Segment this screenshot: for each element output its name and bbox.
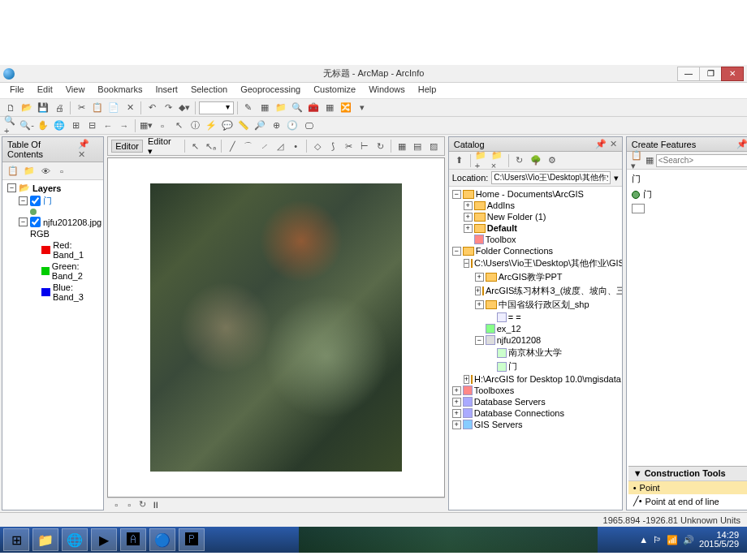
cmd-btn[interactable]: ▾: [355, 101, 369, 115]
expand-icon[interactable]: +: [475, 273, 484, 282]
find-xy-button[interactable]: ⊕: [269, 118, 283, 133]
tree-default[interactable]: Default: [487, 223, 517, 233]
refresh-catalog-button[interactable]: ↻: [512, 153, 527, 168]
tree-path1[interactable]: C:\Users\Vio王\Desktop\其他作业\GIS: [474, 257, 622, 269]
menu-windows[interactable]: Windows: [362, 83, 412, 98]
construction-point[interactable]: •Point: [628, 481, 747, 494]
toc-list-source-button[interactable]: 📁: [22, 164, 37, 179]
undo-button[interactable]: ↶: [145, 101, 159, 115]
globe-task-button[interactable]: 🔵: [149, 528, 175, 551]
catalog-pin-icon[interactable]: 📌: [595, 139, 607, 149]
toc-list-selection-button[interactable]: ▫: [54, 164, 69, 179]
new-button[interactable]: 🗋: [3, 101, 18, 115]
menu-view[interactable]: View: [59, 83, 92, 98]
fixed-zoom-out-button[interactable]: ⊟: [84, 118, 99, 133]
paste-button[interactable]: 📄: [106, 101, 121, 115]
layer-checkbox[interactable]: [30, 217, 41, 227]
map-canvas[interactable]: [107, 157, 445, 498]
toolbar-btn[interactable]: ▦: [257, 101, 272, 115]
toc-list-visibility-button[interactable]: 👁: [38, 164, 53, 179]
arc-button[interactable]: ⌒: [241, 139, 255, 153]
save-button[interactable]: 💾: [36, 101, 50, 115]
sketch-props-button[interactable]: ▤: [411, 139, 425, 153]
expand-icon[interactable]: −: [452, 247, 461, 256]
catalog-close-icon[interactable]: ✕: [610, 139, 617, 149]
tree-eqeq[interactable]: = =: [508, 312, 521, 322]
menu-file[interactable]: File: [3, 83, 31, 98]
cut-button[interactable]: ✂: [74, 101, 89, 115]
point-button[interactable]: •: [288, 139, 302, 153]
search-btn[interactable]: 🔍: [290, 101, 304, 115]
explorer-button[interactable]: 📁: [32, 528, 58, 551]
menu-customize[interactable]: Customize: [307, 83, 362, 98]
menu-selection[interactable]: Selection: [184, 83, 234, 98]
editor-dropdown[interactable]: Editor ▾: [145, 136, 181, 157]
menu-help[interactable]: Help: [412, 83, 443, 98]
edit-vertices-button[interactable]: ◇: [310, 139, 324, 153]
arcmap-task-button[interactable]: 🅰: [120, 528, 146, 551]
attributes-button[interactable]: ▦: [395, 139, 408, 153]
html-popup-button[interactable]: 💬: [220, 118, 235, 133]
cf-organize-button[interactable]: 📋▾: [630, 153, 643, 168]
presentation-button[interactable]: 🅿: [179, 528, 205, 551]
back-button[interactable]: ←: [101, 118, 115, 133]
select-button[interactable]: ▦▾: [139, 118, 153, 133]
options-button[interactable]: ⚙: [545, 153, 559, 168]
construction-point-end[interactable]: ╱•Point at end of line: [628, 494, 747, 508]
collapse-icon[interactable]: −: [19, 218, 28, 226]
minimize-button[interactable]: —: [677, 67, 700, 81]
scale-combo[interactable]: ▾: [199, 101, 234, 114]
identify-button[interactable]: ⓘ: [188, 118, 202, 133]
maximize-button[interactable]: ❐: [699, 67, 722, 81]
zoom-out-button[interactable]: 🔍-: [19, 118, 34, 133]
pointer-button[interactable]: ↖: [171, 118, 186, 133]
editor-toolbar-btn[interactable]: ✎: [241, 101, 256, 115]
tree-ppt[interactable]: ArcGIS教学PPT: [499, 271, 563, 283]
expand-icon[interactable]: +: [475, 300, 484, 309]
tree-newfolder[interactable]: New Folder (1): [487, 212, 546, 222]
cf-template-men[interactable]: 门: [628, 187, 747, 202]
add-data-button[interactable]: ◆▾: [177, 101, 192, 115]
menu-insert[interactable]: Insert: [149, 83, 184, 98]
catalog-btn[interactable]: 📁: [274, 101, 288, 115]
tray-volume-icon[interactable]: 🔊: [683, 535, 694, 545]
expand-icon[interactable]: +: [452, 409, 461, 418]
fixed-zoom-in-button[interactable]: ⊞: [68, 118, 83, 133]
open-button[interactable]: 📂: [19, 101, 34, 115]
menu-geoprocessing[interactable]: Geoprocessing: [234, 83, 307, 98]
expand-icon[interactable]: +: [464, 201, 473, 210]
tree-addins[interactable]: AddIns: [487, 200, 515, 210]
create-features-button[interactable]: ▨: [426, 139, 440, 153]
tray-up-icon[interactable]: ▲: [639, 535, 648, 545]
media-button[interactable]: ▶: [91, 528, 117, 551]
menu-bookmarks[interactable]: Bookmarks: [91, 83, 149, 98]
tree-hpath[interactable]: H:\ArcGIS for Desktop 10.0\mgisdata: [474, 374, 621, 384]
expand-icon[interactable]: −: [452, 190, 461, 199]
print-button[interactable]: 🖨: [52, 101, 67, 115]
expand-icon[interactable]: +: [452, 386, 461, 395]
collapse-icon[interactable]: −: [7, 183, 16, 192]
zoom-in-button[interactable]: 🔍+: [3, 118, 18, 133]
delete-button[interactable]: ✕: [123, 101, 137, 115]
time-slider-button[interactable]: 🕐: [285, 118, 300, 133]
tree-toolbox[interactable]: Toolbox: [486, 235, 516, 244]
menu-edit[interactable]: Edit: [31, 83, 59, 98]
hyperlink-button[interactable]: ⚡: [204, 118, 218, 133]
full-extent-button[interactable]: 🌐: [52, 118, 67, 133]
find-button[interactable]: 🔎: [253, 118, 267, 133]
tree-gisservers[interactable]: GIS Servers: [474, 420, 523, 429]
edit-tool-button[interactable]: ↖: [188, 139, 202, 153]
refresh-button[interactable]: ↻: [136, 500, 148, 510]
model-btn[interactable]: 🔀: [339, 101, 353, 115]
connect-folder-button[interactable]: 📁+: [474, 153, 489, 168]
layer-checkbox[interactable]: [30, 196, 41, 206]
tree-folderconn[interactable]: Folder Connections: [476, 246, 553, 256]
tree-men[interactable]: 门: [508, 360, 517, 373]
up-level-button[interactable]: ⬆: [452, 153, 467, 168]
expand-icon[interactable]: +: [464, 224, 473, 233]
redo-button[interactable]: ↷: [161, 101, 175, 115]
pause-button[interactable]: ⏸: [149, 500, 161, 510]
location-dropdown-icon[interactable]: ▾: [614, 173, 619, 183]
reshape-button[interactable]: ⟆: [326, 139, 339, 153]
arctoolbox-btn[interactable]: 🧰: [306, 101, 321, 115]
